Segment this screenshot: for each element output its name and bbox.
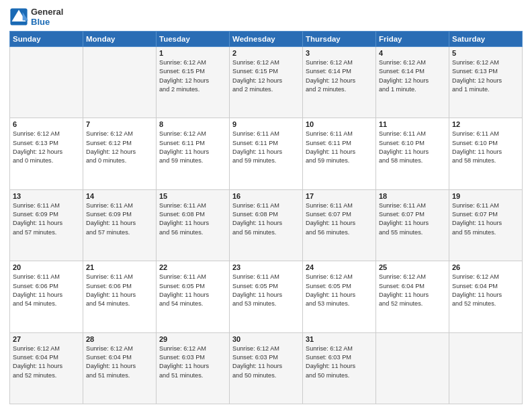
cell-info: Sunrise: 6:11 AM Sunset: 6:10 PM Dayligh… [379,130,446,165]
cell-info: Sunrise: 6:11 AM Sunset: 6:10 PM Dayligh… [452,130,519,165]
calendar-cell: 28Sunrise: 6:12 AM Sunset: 6:04 PM Dayli… [83,332,157,404]
calendar-week-row: 20Sunrise: 6:11 AM Sunset: 6:06 PM Dayli… [10,261,523,332]
logo: General Blue [9,7,63,27]
cell-info: Sunrise: 6:12 AM Sunset: 6:04 PM Dayligh… [13,345,80,380]
day-number: 24 [306,263,373,271]
day-number: 30 [232,335,300,343]
page: General Blue SundayMondayTuesdayWednesda… [0,0,532,411]
cell-info: Sunrise: 6:11 AM Sunset: 6:05 PM Dayligh… [232,273,300,308]
day-number: 5 [452,49,519,57]
day-number: 10 [306,120,373,128]
cell-info: Sunrise: 6:11 AM Sunset: 6:06 PM Dayligh… [86,273,153,308]
calendar-cell: 9Sunrise: 6:11 AM Sunset: 6:11 PM Daylig… [230,118,303,189]
calendar-cell: 27Sunrise: 6:12 AM Sunset: 6:04 PM Dayli… [10,332,83,404]
calendar-cell: 7Sunrise: 6:12 AM Sunset: 6:12 PM Daylig… [83,118,157,189]
day-number: 26 [452,263,519,271]
calendar-cell: 14Sunrise: 6:11 AM Sunset: 6:09 PM Dayli… [83,189,157,261]
calendar-cell: 10Sunrise: 6:11 AM Sunset: 6:11 PM Dayli… [303,118,376,189]
cell-info: Sunrise: 6:12 AM Sunset: 6:03 PM Dayligh… [306,345,373,380]
calendar-table: SundayMondayTuesdayWednesdayThursdayFrid… [9,31,523,404]
cell-info: Sunrise: 6:12 AM Sunset: 6:14 PM Dayligh… [306,58,373,94]
calendar-cell: 20Sunrise: 6:11 AM Sunset: 6:06 PM Dayli… [10,261,83,332]
day-number: 1 [159,49,226,57]
day-number: 4 [379,49,446,57]
calendar-cell [449,332,523,404]
cell-info: Sunrise: 6:11 AM Sunset: 6:05 PM Dayligh… [159,273,226,308]
calendar-cell: 30Sunrise: 6:12 AM Sunset: 6:03 PM Dayli… [230,332,303,404]
calendar-cell [10,47,83,118]
day-number: 16 [232,192,300,200]
weekday-header: Friday [376,32,449,47]
header-row: SundayMondayTuesdayWednesdayThursdayFrid… [10,32,523,47]
calendar-cell: 31Sunrise: 6:12 AM Sunset: 6:03 PM Dayli… [303,332,376,404]
cell-info: Sunrise: 6:12 AM Sunset: 6:14 PM Dayligh… [379,58,446,94]
calendar-week-row: 27Sunrise: 6:12 AM Sunset: 6:04 PM Dayli… [10,332,523,404]
weekday-header: Sunday [10,32,83,47]
day-number: 21 [86,263,153,271]
calendar-cell: 26Sunrise: 6:12 AM Sunset: 6:04 PM Dayli… [449,261,523,332]
day-number: 11 [379,120,446,128]
cell-info: Sunrise: 6:12 AM Sunset: 6:12 PM Dayligh… [86,130,153,165]
day-number: 22 [159,263,226,271]
calendar-cell: 17Sunrise: 6:11 AM Sunset: 6:07 PM Dayli… [303,189,376,261]
cell-info: Sunrise: 6:11 AM Sunset: 6:09 PM Dayligh… [13,201,80,237]
day-number: 15 [159,192,226,200]
cell-info: Sunrise: 6:11 AM Sunset: 6:09 PM Dayligh… [86,201,153,237]
cell-info: Sunrise: 6:11 AM Sunset: 6:06 PM Dayligh… [13,273,80,308]
calendar-cell: 23Sunrise: 6:11 AM Sunset: 6:05 PM Dayli… [230,261,303,332]
calendar-cell: 29Sunrise: 6:12 AM Sunset: 6:03 PM Dayli… [157,332,230,404]
cell-info: Sunrise: 6:11 AM Sunset: 6:11 PM Dayligh… [232,130,300,165]
cell-info: Sunrise: 6:11 AM Sunset: 6:11 PM Dayligh… [306,130,373,165]
day-number: 28 [86,335,153,343]
day-number: 25 [379,263,446,271]
calendar-cell [376,332,449,404]
calendar-cell: 25Sunrise: 6:12 AM Sunset: 6:04 PM Dayli… [376,261,449,332]
calendar-week-row: 13Sunrise: 6:11 AM Sunset: 6:09 PM Dayli… [10,189,523,261]
cell-info: Sunrise: 6:11 AM Sunset: 6:07 PM Dayligh… [379,201,446,237]
calendar-cell: 13Sunrise: 6:11 AM Sunset: 6:09 PM Dayli… [10,189,83,261]
cell-info: Sunrise: 6:12 AM Sunset: 6:15 PM Dayligh… [159,58,226,94]
cell-info: Sunrise: 6:12 AM Sunset: 6:13 PM Dayligh… [452,58,519,94]
calendar-cell: 18Sunrise: 6:11 AM Sunset: 6:07 PM Dayli… [376,189,449,261]
calendar-cell: 3Sunrise: 6:12 AM Sunset: 6:14 PM Daylig… [303,47,376,118]
header: General Blue [9,7,523,27]
calendar-week-row: 1Sunrise: 6:12 AM Sunset: 6:15 PM Daylig… [10,47,523,118]
day-number: 20 [13,263,80,271]
calendar-cell: 8Sunrise: 6:12 AM Sunset: 6:11 PM Daylig… [157,118,230,189]
calendar-cell: 21Sunrise: 6:11 AM Sunset: 6:06 PM Dayli… [83,261,157,332]
day-number: 8 [159,120,226,128]
cell-info: Sunrise: 6:12 AM Sunset: 6:04 PM Dayligh… [452,273,519,308]
day-number: 31 [306,335,373,343]
calendar-cell: 12Sunrise: 6:11 AM Sunset: 6:10 PM Dayli… [449,118,523,189]
cell-info: Sunrise: 6:12 AM Sunset: 6:04 PM Dayligh… [379,273,446,308]
cell-info: Sunrise: 6:11 AM Sunset: 6:07 PM Dayligh… [306,201,373,237]
calendar-cell: 22Sunrise: 6:11 AM Sunset: 6:05 PM Dayli… [157,261,230,332]
day-number: 14 [86,192,153,200]
logo-text: General Blue [31,7,63,27]
calendar-cell: 15Sunrise: 6:11 AM Sunset: 6:08 PM Dayli… [157,189,230,261]
day-number: 3 [306,49,373,57]
calendar-cell [83,47,157,118]
weekday-header: Tuesday [157,32,230,47]
day-number: 29 [159,335,226,343]
cell-info: Sunrise: 6:11 AM Sunset: 6:08 PM Dayligh… [159,201,226,237]
calendar-cell: 5Sunrise: 6:12 AM Sunset: 6:13 PM Daylig… [449,47,523,118]
day-number: 7 [86,120,153,128]
day-number: 18 [379,192,446,200]
cell-info: Sunrise: 6:12 AM Sunset: 6:03 PM Dayligh… [232,345,300,380]
day-number: 23 [232,263,300,271]
calendar-cell: 2Sunrise: 6:12 AM Sunset: 6:15 PM Daylig… [230,47,303,118]
calendar-cell: 1Sunrise: 6:12 AM Sunset: 6:15 PM Daylig… [157,47,230,118]
calendar-cell: 19Sunrise: 6:11 AM Sunset: 6:07 PM Dayli… [449,189,523,261]
calendar-cell: 16Sunrise: 6:11 AM Sunset: 6:08 PM Dayli… [230,189,303,261]
weekday-header: Monday [83,32,157,47]
day-number: 6 [13,120,80,128]
day-number: 13 [13,192,80,200]
weekday-header: Thursday [303,32,376,47]
logo-icon [9,7,28,26]
cell-info: Sunrise: 6:12 AM Sunset: 6:03 PM Dayligh… [159,345,226,380]
cell-info: Sunrise: 6:12 AM Sunset: 6:13 PM Dayligh… [13,130,80,165]
calendar-week-row: 6Sunrise: 6:12 AM Sunset: 6:13 PM Daylig… [10,118,523,189]
cell-info: Sunrise: 6:11 AM Sunset: 6:08 PM Dayligh… [232,201,300,237]
weekday-header: Wednesday [230,32,303,47]
